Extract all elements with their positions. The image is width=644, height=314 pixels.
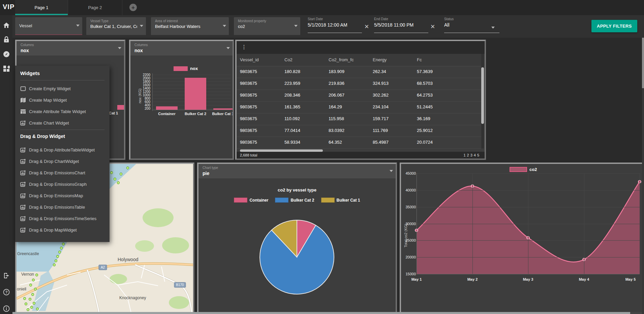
- menu-item-drag-drop-emissionstimeseries[interactable]: Drag & Drop EmissionsTimeSeries: [20, 213, 108, 223]
- menu-item-create-map-widget[interactable]: Create Map Widget: [20, 95, 108, 105]
- vessel-marker[interactable]: [53, 264, 56, 266]
- clear-end-date-icon[interactable]: ✕: [430, 23, 435, 30]
- vessel-marker[interactable]: [29, 298, 31, 301]
- table-cell: 20.0724: [417, 140, 433, 145]
- tab-label: Page 2: [88, 5, 102, 10]
- vessel-marker[interactable]: [127, 167, 129, 169]
- lock-icon[interactable]: [2, 36, 10, 44]
- vessel-marker[interactable]: [114, 178, 116, 180]
- start-date-field[interactable]: Start Date 5/1/2018 12:00 AM: [308, 17, 362, 35]
- legend-swatch: [275, 198, 288, 203]
- vessel-marker[interactable]: [32, 279, 35, 281]
- home-icon[interactable]: [2, 21, 10, 29]
- menu-item-drag-drop-chartwidget[interactable]: Drag & Drop ChartWidget: [20, 156, 108, 166]
- column-header-co2_from_fc[interactable]: Co2_from_fc: [329, 57, 354, 62]
- tab-page-2[interactable]: Page 2: [68, 0, 122, 15]
- page-vscrollbar[interactable]: [642, 38, 644, 88]
- column-header-fc[interactable]: Fc: [417, 57, 422, 62]
- filter-bar: Vessel Vessel Type Bulker Cat 1, Cruiser…: [12, 15, 644, 38]
- menu-item-create-empty-widget[interactable]: Create Empty Widget: [20, 83, 108, 94]
- menu-item-drag-drop-emissionstable[interactable]: Drag & Drop EmissionsTable: [20, 202, 108, 212]
- widgets-icon[interactable]: [2, 65, 10, 73]
- area-filter[interactable]: Area of interest Belfast Harbour Waters: [151, 17, 229, 35]
- vessel-marker[interactable]: [27, 309, 29, 311]
- page-button-2[interactable]: 2: [467, 153, 469, 157]
- table-cell: 25.9012: [417, 128, 433, 133]
- page-button-5[interactable]: 5: [477, 153, 479, 157]
- pie-title: co2 by vessel type: [198, 187, 396, 193]
- vessel-marker[interactable]: [117, 182, 120, 184]
- page-button-1[interactable]: 1: [463, 153, 465, 157]
- end-date-field[interactable]: End Date 5/5/2018 11:00 PM: [374, 17, 428, 35]
- top-bar: VIP Page 1 Page 2 +: [0, 0, 644, 15]
- status-filter[interactable]: Status All: [444, 17, 499, 35]
- vessel-type-filter[interactable]: Vessel Type Bulker Cat 1, Cruiser, Cont.…: [86, 17, 146, 35]
- logout-icon[interactable]: [2, 272, 10, 280]
- menu-item-drag-drop-mapwidget[interactable]: Drag & Drop MapWidget: [20, 225, 108, 235]
- menu-item-label: Create Empty Widget: [29, 86, 71, 91]
- menu-item-drag-drop-emissionsgraph[interactable]: Drag & Drop EmissionsGraph: [20, 179, 108, 189]
- page-button-3[interactable]: 3: [470, 153, 472, 157]
- menu-item-create-chart-widget[interactable]: Create Chart Widget: [20, 118, 108, 128]
- y-tick-label: 45000: [401, 171, 416, 175]
- info-icon[interactable]: [2, 305, 10, 313]
- vessel-marker[interactable]: [33, 302, 35, 305]
- vessel-marker[interactable]: [111, 172, 113, 174]
- chart-widget-icon: [20, 193, 26, 199]
- empty-widget-icon: [20, 86, 26, 92]
- vessel-marker[interactable]: [25, 303, 27, 305]
- vessel-marker[interactable]: [120, 173, 122, 175]
- vessel-marker[interactable]: [62, 243, 65, 245]
- divider: [20, 80, 104, 80]
- vessel-marker[interactable]: [30, 284, 32, 286]
- table-cell: 9803675: [240, 81, 257, 86]
- columns-select[interactable]: Columns nox: [17, 41, 124, 56]
- kebab-menu-icon[interactable]: ⋮: [241, 44, 247, 50]
- vessel-marker[interactable]: [34, 288, 37, 290]
- vessel-marker[interactable]: [31, 306, 33, 309]
- columns-select[interactable]: Columns nox: [130, 41, 233, 56]
- tab-page-1[interactable]: Page 1: [15, 0, 68, 15]
- table-cell: 111.769: [373, 128, 388, 133]
- legend-label: Bulker Cat 2: [290, 198, 314, 203]
- add-page-button[interactable]: +: [129, 4, 137, 11]
- menu-item-create-attribute-table-widget[interactable]: Create Attribute Table Widget: [20, 106, 108, 116]
- columns-value: nox: [134, 48, 224, 53]
- vessel-marker[interactable]: [36, 274, 38, 276]
- menu-item-drag-drop-emissionsmap[interactable]: Drag & Drop EmissionsMap: [20, 190, 108, 201]
- menu-item-label: Drag & Drop EmissionsTimeSeries: [29, 216, 96, 221]
- menu-item-label: Drag & Drop EmissionsMap: [29, 193, 83, 198]
- column-header-vessel_id[interactable]: Vessel_id: [240, 57, 259, 62]
- vessel-marker[interactable]: [55, 260, 57, 262]
- vessel-marker[interactable]: [60, 247, 63, 249]
- page-button-4[interactable]: 4: [474, 153, 476, 157]
- column-header-energy[interactable]: Energy: [373, 57, 387, 62]
- chart-type-label: Chart type: [203, 166, 387, 170]
- vessel-marker[interactable]: [57, 255, 59, 258]
- vessel-marker[interactable]: [24, 298, 26, 300]
- vessel-marker[interactable]: [59, 251, 61, 253]
- help-icon[interactable]: ?: [2, 288, 10, 296]
- end-date-value: 5/5/2018 11:00 PM: [374, 22, 428, 28]
- horizontal-scrollbar[interactable]: [240, 149, 323, 152]
- table-cell: 77.0414: [284, 128, 300, 133]
- category-label: Container: [152, 112, 182, 116]
- vessel-marker[interactable]: [36, 308, 39, 310]
- chart-widget-icon: [20, 170, 26, 176]
- page-hscrollbar[interactable]: [12, 312, 630, 314]
- vessel-marker[interactable]: [32, 293, 34, 296]
- compass-icon[interactable]: [2, 50, 10, 58]
- vertical-scrollbar[interactable]: [481, 67, 484, 124]
- chart-type-select[interactable]: Chart type pie: [198, 164, 396, 178]
- vessel-filter[interactable]: Vessel: [15, 17, 82, 35]
- menu-item-drag-drop-emissionschart[interactable]: Drag & Drop EmissionsChart: [20, 168, 108, 178]
- table-cell: 219.836: [329, 81, 344, 86]
- monitored-property-filter[interactable]: Monitored property co2: [234, 17, 300, 35]
- apply-filters-button[interactable]: APPLY FILTERS: [591, 20, 637, 32]
- menu-item-drag-drop-attributetablewidget[interactable]: Drag & Drop AttributeTableWidget: [20, 145, 108, 155]
- clear-start-date-icon[interactable]: ✕: [364, 23, 369, 30]
- area-value: Belfast Harbour Waters: [155, 24, 220, 29]
- table-row: 9803675223.959219.836324.91368.5703: [237, 78, 481, 90]
- menu-title: Widgets: [20, 70, 40, 76]
- column-header-co2[interactable]: Co2: [284, 57, 293, 62]
